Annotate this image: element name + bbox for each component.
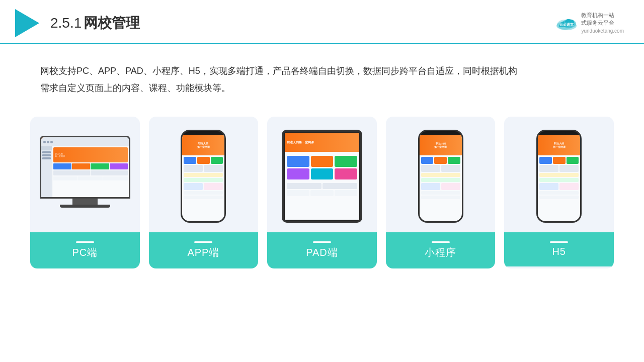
brand-tagline: 教育机构一站 [581, 12, 624, 19]
pc-row1 [53, 170, 128, 175]
pc-screen: 职达人的第一堂网课 [41, 137, 129, 197]
card-miniapp-label: 小程序 [386, 232, 496, 268]
h5-banner: 职达人的第一堂网课 [538, 135, 580, 155]
description-line2: 需求自定义页面上的内容、课程、功能模块等。 [40, 79, 604, 97]
label-line [76, 241, 94, 243]
miniapp-phone-device: 职达人的第一堂网课 [418, 130, 463, 223]
card-miniapp: 职达人的第一堂网课 [386, 117, 496, 268]
miniapp-phone-screen: 职达人的第一堂网课 [420, 135, 462, 221]
card-app-label: APP端 [149, 232, 259, 268]
card-pad-label: PAD端 [267, 232, 377, 268]
label-line [432, 241, 450, 243]
pad-screen: 职达人的第一堂网课 [285, 133, 359, 220]
card-miniapp-image: 职达人的第一堂网课 [386, 117, 496, 232]
pc-mini-cards [53, 163, 128, 169]
card-app: 职达人的第一堂网课 [149, 117, 259, 268]
card-pad: 职达人的第一堂网课 [267, 117, 377, 268]
app-phone-screen: 职达人的第一堂网课 [182, 135, 224, 221]
brand-text: 教育机构一站 式服务云平台 yunduoketang.com [581, 12, 624, 35]
pc-monitor: 职达人的第一堂网课 [40, 136, 130, 199]
card-h5-image: 职达人的第一堂网课 [504, 117, 614, 232]
page-header: 2.5.1网校管理 云朵课堂 教育机构一站 式服务云平台 yunduoketan… [0, 0, 644, 44]
phone-notch3 [552, 131, 566, 135]
card-pad-image: 职达人的第一堂网课 [267, 117, 377, 232]
svg-text:云朵课堂: 云朵课堂 [559, 22, 574, 26]
cards-section: 职达人的第一堂网课 [0, 107, 644, 279]
pad-grid [285, 154, 359, 182]
dot3 [50, 141, 53, 143]
pc-mini-card4 [110, 163, 128, 169]
brand-url: yunduoketang.com [581, 28, 624, 35]
pad-banner: 职达人的第一堂网课 [285, 133, 359, 152]
label-line [194, 241, 212, 243]
card-h5-label: H5 [504, 232, 614, 266]
header-left: 2.5.1网校管理 [15, 9, 140, 37]
app-phone-device: 职达人的第一堂网课 [181, 130, 226, 223]
card-h5: 职达人的第一堂网课 [504, 117, 614, 268]
logo-triangle-icon [15, 9, 39, 37]
card-app-image: 职达人的第一堂网课 [149, 117, 259, 232]
description-line1: 网校支持PC、APP、PAD、小程序、H5，实现多端打通，产品各终端自由切换，数… [40, 62, 604, 79]
pc-screen-body: 职达人的第一堂网课 [41, 146, 129, 197]
pad-rows [285, 182, 359, 198]
h5-phone-screen: 职达人的第一堂网课 [538, 135, 580, 221]
app-phone-banner: 职达人的第一堂网课 [182, 135, 224, 155]
miniapp-banner: 职达人的第一堂网课 [420, 135, 462, 155]
pc-mini-card2 [72, 163, 90, 169]
pc-base [60, 205, 110, 208]
phone-notch2 [434, 131, 448, 135]
brand-tagline2: 式服务云平台 [581, 19, 624, 27]
pc-sidebar [41, 146, 52, 197]
pc-stand [72, 199, 98, 205]
brand-logo-area: 云朵课堂 教育机构一站 式服务云平台 yunduoketang.com [555, 12, 624, 35]
pad-device: 职达人的第一堂网课 [282, 130, 362, 223]
pc-device: 职达人的第一堂网课 [40, 136, 130, 216]
card-pc-image: 职达人的第一堂网课 [30, 117, 140, 232]
dot2 [47, 141, 49, 143]
card-pc: 职达人的第一堂网课 [30, 117, 140, 268]
pc-mini-card3 [91, 163, 109, 169]
miniapp-content [420, 155, 462, 201]
pc-row2 [53, 176, 128, 180]
label-line [550, 241, 568, 243]
dot1 [43, 141, 46, 143]
pc-banner: 职达人的第一堂网课 [53, 147, 128, 162]
section-number: 2.5.1 [50, 15, 82, 31]
pc-mini-card1 [53, 163, 71, 169]
phone-notch [196, 131, 210, 135]
description-area: 网校支持PC、APP、PAD、小程序、H5，实现多端打通，产品各终端自由切换，数… [0, 44, 644, 107]
brand-logo: 云朵课堂 教育机构一站 式服务云平台 yunduoketang.com [555, 12, 624, 35]
card-pc-label: PC端 [30, 232, 140, 268]
app-phone-content [182, 155, 224, 201]
page-title: 2.5.1网校管理 [50, 14, 140, 33]
pc-main: 职达人的第一堂网课 [52, 146, 129, 197]
label-line [313, 241, 331, 243]
h5-phone-device: 职达人的第一堂网课 [536, 130, 582, 223]
pc-screen-top [41, 137, 129, 146]
h5-content [538, 155, 580, 201]
cloud-icon: 云朵课堂 [555, 16, 578, 31]
